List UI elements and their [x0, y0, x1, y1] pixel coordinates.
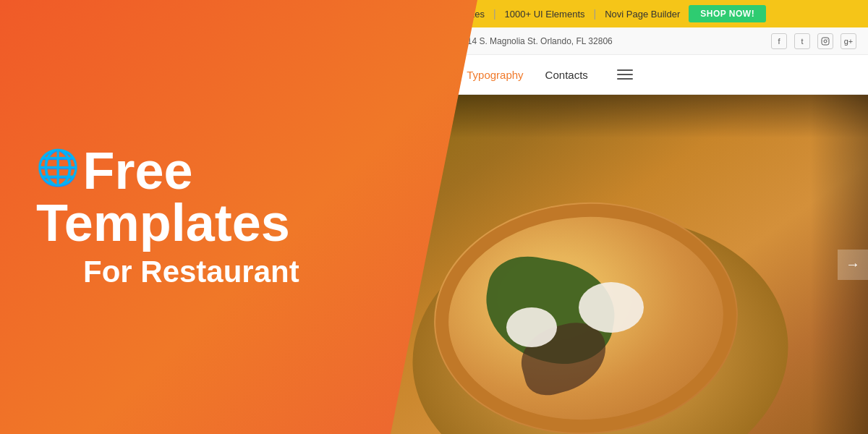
hero-content: 🌐 Free Templates For Restaurant [36, 145, 456, 289]
ui-elements-text: 1000+ UI Elements [505, 9, 585, 20]
next-arrow-button[interactable]: → [838, 250, 868, 280]
googleplus-icon[interactable]: g+ [841, 33, 856, 49]
nav-typography[interactable]: Typography [467, 69, 523, 81]
hamburger-line-2 [617, 74, 633, 75]
hero-sub-title: For Restaurant [36, 255, 456, 289]
svg-point-1 [824, 40, 827, 43]
pizza-topping-egg-1 [579, 282, 644, 333]
page-builder-text: Novi Page Builder [605, 9, 680, 20]
twitter-icon[interactable]: t [794, 33, 810, 49]
pizza-topping-egg-2 [506, 307, 557, 347]
separator-1: | [493, 8, 496, 20]
nav-contacts[interactable]: Contacts [545, 69, 588, 81]
svg-point-2 [827, 38, 827, 39]
separator-2: | [594, 8, 597, 20]
food-image-area: → [391, 95, 868, 434]
shop-now-button[interactable]: SHOP NOW! [689, 5, 766, 22]
svg-rect-0 [822, 38, 829, 45]
globe-icon: 🌐 [36, 148, 80, 188]
hamburger-line-3 [617, 78, 633, 80]
address: 📍 514 S. Magnolia St. Orlando, FL 32806 [447, 35, 613, 47]
instagram-icon[interactable] [817, 33, 833, 49]
hero-title-line1: 🌐 Free Templates [36, 145, 456, 249]
hamburger-menu[interactable] [617, 69, 633, 80]
food-top-overlay [391, 95, 868, 138]
hamburger-line-1 [617, 69, 633, 71]
pizza-scene [391, 95, 868, 434]
facebook-icon[interactable]: f [771, 33, 787, 49]
main-container: 🌐 Free Templates For Restaurant 29 Niche… [0, 0, 868, 434]
social-icons-group: f t g+ [771, 33, 856, 49]
